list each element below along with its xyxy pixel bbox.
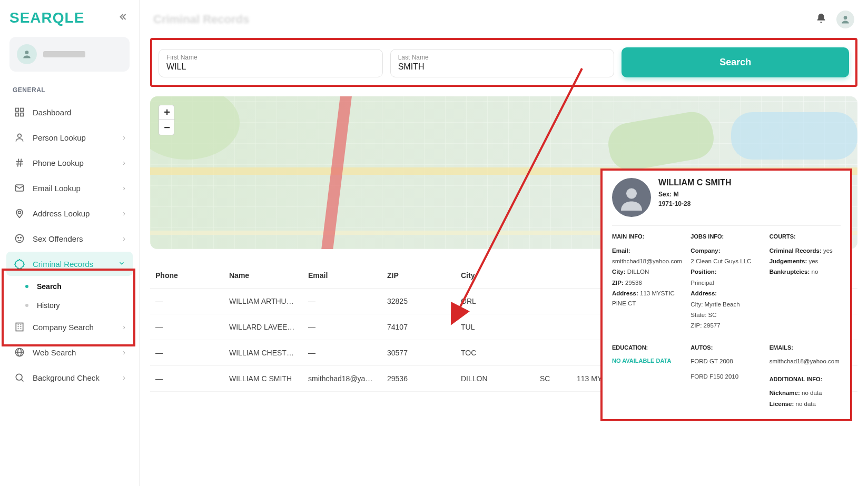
sidebar-item-label: Web Search	[33, 348, 123, 357]
svg-point-13	[18, 237, 19, 239]
sidebar-item-person-lookup[interactable]: Person Lookup ›	[6, 125, 133, 150]
cell-zip: 29536	[382, 366, 456, 392]
user-avatar-icon	[17, 44, 37, 64]
person-icon	[14, 132, 25, 143]
cell-city: DILLON	[456, 366, 535, 392]
cell-email: —	[303, 289, 382, 314]
sidebar-item-sex-offenders[interactable]: Sex Offenders ›	[6, 226, 133, 251]
user-name-placeholder	[43, 51, 85, 57]
first-name-input[interactable]	[166, 62, 375, 72]
last-name-field[interactable]: Last Name	[390, 49, 615, 77]
face-icon	[14, 233, 25, 244]
sidebar-item-dashboard[interactable]: Dashboard	[6, 100, 133, 124]
svg-point-28	[626, 189, 637, 199]
chevron-right-icon: ›	[123, 158, 125, 167]
sidebar-item-address-lookup[interactable]: Address Lookup ›	[6, 201, 133, 225]
brand-logo: SEARQLE	[9, 9, 84, 26]
svg-point-11	[18, 211, 21, 214]
cell-state	[535, 314, 571, 340]
svg-point-27	[844, 16, 847, 19]
detail-name: WILLIAM C SMITH	[658, 178, 732, 187]
detail-dob: 1971-10-28	[658, 199, 732, 209]
first-name-field[interactable]: First Name	[159, 49, 383, 77]
cell-email: smithchad18@ya…	[303, 366, 382, 392]
sidebar-item-label: Person Lookup	[33, 133, 123, 142]
detail-avatar-icon	[612, 178, 651, 217]
cell-city: TUL	[456, 314, 535, 340]
col-state	[535, 263, 571, 289]
sidebar-item-phone-lookup[interactable]: Phone Lookup ›	[6, 151, 133, 175]
cell-name: WILLIAM CHEST…	[224, 340, 303, 366]
criminal-records-submenu: Search History	[6, 277, 133, 315]
col-name: Name	[224, 263, 303, 289]
cell-zip: 74107	[382, 314, 456, 340]
zoom-in-button[interactable]: +	[159, 105, 175, 120]
cell-phone: —	[150, 340, 224, 366]
dot-icon	[25, 304, 28, 307]
pin-icon	[14, 208, 25, 219]
cell-phone: —	[150, 366, 224, 392]
sidebar-item-label: Company Search	[33, 323, 123, 332]
search-button[interactable]: Search	[622, 47, 849, 77]
cell-email: —	[303, 340, 382, 366]
page-title: Criminal Records	[153, 13, 249, 26]
sidebar-item-label: Criminal Records	[33, 260, 118, 269]
hash-icon	[14, 157, 25, 168]
sidebar-item-web-search[interactable]: Web Search ›	[6, 340, 133, 364]
chevron-right-icon: ›	[123, 348, 125, 356]
submenu-search[interactable]: Search	[18, 277, 133, 296]
bell-icon[interactable]	[815, 13, 827, 26]
user-card[interactable]	[9, 37, 130, 72]
cell-name: WILLIAM ARTHU…	[224, 289, 303, 314]
last-name-label: Last Name	[398, 54, 607, 61]
svg-rect-4	[21, 113, 24, 116]
chevron-right-icon: ›	[123, 373, 125, 382]
collapse-sidebar-button[interactable]	[119, 12, 130, 25]
badge-icon	[14, 259, 25, 269]
cell-phone: —	[150, 289, 224, 314]
education-heading: EDUCATION:	[612, 343, 683, 353]
svg-rect-2	[21, 108, 24, 112]
zoom-out-button[interactable]: −	[159, 120, 175, 135]
svg-rect-15	[16, 323, 23, 331]
cell-name: WILLARD LAVEE…	[224, 314, 303, 340]
sidebar-item-background-check[interactable]: Background Check ›	[6, 365, 133, 390]
svg-line-8	[18, 159, 19, 167]
sidebar-item-label: Email Lookup	[33, 184, 123, 193]
submenu-label: Search	[37, 282, 62, 291]
svg-point-0	[25, 51, 29, 54]
chevron-down-icon	[118, 260, 125, 269]
cell-state: SC	[535, 366, 571, 392]
sidebar-item-label: Sex Offenders	[33, 234, 123, 243]
svg-point-12	[16, 235, 24, 243]
submenu-history[interactable]: History	[18, 296, 133, 315]
chevron-right-icon: ›	[123, 133, 125, 142]
building-icon	[14, 322, 25, 332]
main-info-heading: MAIN INFO:	[612, 232, 683, 242]
sidebar-item-label: Phone Lookup	[33, 158, 123, 167]
sidebar-item-label: Dashboard	[33, 108, 125, 117]
svg-line-26	[21, 379, 23, 381]
profile-avatar-button[interactable]	[836, 11, 854, 28]
last-name-input[interactable]	[398, 62, 607, 72]
cell-state	[535, 289, 571, 314]
dot-icon	[25, 285, 28, 288]
svg-line-9	[21, 159, 22, 167]
sidebar: SEARQLE GENERAL Dashboard Person Lookup …	[0, 0, 140, 486]
cell-zip: 32825	[382, 289, 456, 314]
sidebar-item-company-search[interactable]: Company Search ›	[6, 315, 133, 339]
sidebar-item-email-lookup[interactable]: Email Lookup ›	[6, 176, 133, 200]
col-phone: Phone	[150, 263, 224, 289]
svg-point-25	[16, 374, 22, 380]
sidebar-item-label: Background Check	[33, 373, 123, 382]
col-zip: ZIP	[382, 263, 456, 289]
cell-email: —	[303, 314, 382, 340]
sidebar-item-criminal-records[interactable]: Criminal Records	[6, 252, 133, 276]
person-detail-card: WILLIAM C SMITH Sex: M 1971-10-28 MAIN I…	[600, 168, 852, 421]
globe-icon	[14, 347, 25, 358]
chevron-right-icon: ›	[123, 234, 125, 243]
svg-rect-1	[16, 108, 19, 112]
submenu-label: History	[37, 301, 60, 310]
mail-icon	[14, 183, 25, 193]
svg-point-5	[18, 134, 22, 137]
